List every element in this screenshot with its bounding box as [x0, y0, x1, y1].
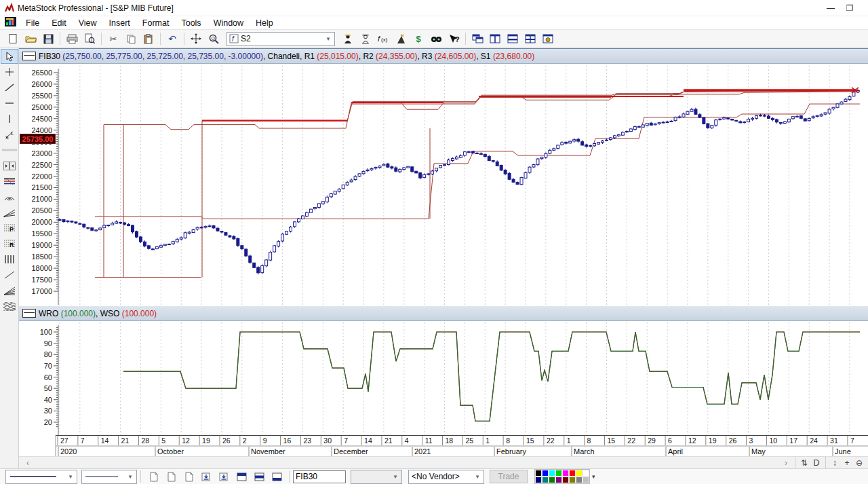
price-chart[interactable]: 1700017500180001850019000195002000020500…	[19, 64, 868, 305]
color-swatch[interactable]	[542, 477, 549, 483]
tool-fibonacci-arc-button[interactable]	[1, 189, 18, 204]
tool-pointer-button[interactable]	[1, 49, 18, 64]
save-button[interactable]	[40, 31, 56, 47]
color-swatch[interactable]	[562, 477, 569, 483]
menu-format[interactable]: Format	[136, 17, 176, 29]
context-help-button[interactable]: ?	[446, 31, 462, 47]
color-swatch[interactable]	[583, 470, 589, 477]
menu-window[interactable]: Window	[208, 17, 250, 29]
tool-speed-lines-button[interactable]	[1, 283, 18, 298]
zoom-button[interactable]: Q	[205, 31, 222, 47]
window-options-button[interactable]	[540, 31, 556, 47]
chevron-down-icon[interactable]: ▾	[473, 472, 482, 482]
menu-view[interactable]: View	[73, 17, 103, 29]
tool-horizontal-line-button[interactable]	[1, 96, 18, 111]
menu-file[interactable]: File	[20, 17, 45, 29]
preview-button[interactable]	[81, 31, 98, 47]
tool-trendline-2-button[interactable]	[1, 267, 18, 282]
tool-scroll-pair-button[interactable]	[1, 158, 18, 173]
load-layout-2-button[interactable]	[216, 470, 232, 483]
trade-button[interactable]: Trade	[490, 470, 528, 483]
tool-retracement-button[interactable]: R	[1, 236, 18, 251]
zoom-out-icon[interactable]: ⊖	[853, 458, 865, 468]
search-button[interactable]	[428, 31, 444, 47]
move-button[interactable]	[188, 31, 204, 47]
color-swatch[interactable]	[555, 470, 562, 477]
vendor-combo[interactable]: <No Vendor> ▾	[408, 470, 484, 484]
color-swatch[interactable]	[576, 470, 583, 477]
system-tester-button[interactable]: $	[410, 31, 427, 47]
undo-button[interactable]: ↶	[164, 31, 180, 47]
restore-button[interactable]: ❐	[841, 1, 859, 15]
tile-vertical-button[interactable]	[487, 31, 503, 47]
scroll-left-icon[interactable]: ‹	[22, 458, 34, 468]
split-middle-button[interactable]	[251, 470, 267, 483]
mdi-child-icon[interactable]	[5, 17, 16, 29]
pane-window-icon[interactable]	[22, 52, 36, 60]
chevron-down-icon[interactable]: ▾	[66, 472, 75, 482]
tool-projection-button[interactable]: P	[1, 221, 18, 236]
new-chart-2-button[interactable]	[163, 470, 179, 483]
vertical-fit-icon[interactable]: ↕	[829, 458, 841, 468]
tile-grid-button[interactable]	[522, 31, 538, 47]
new-chart-button[interactable]	[145, 470, 161, 483]
open-button[interactable]	[22, 31, 39, 47]
color-swatch[interactable]	[535, 470, 542, 477]
print-button[interactable]	[64, 31, 80, 47]
new-chart-3-button[interactable]	[180, 470, 197, 483]
color-swatch[interactable]	[569, 477, 576, 483]
expert-advisor-button[interactable]	[340, 31, 356, 47]
periodicity-button[interactable]: D	[810, 458, 823, 468]
refresh-cycle-icon[interactable]: ⇅	[798, 458, 810, 468]
expert-commentary-button[interactable]	[357, 31, 374, 47]
split-top-button[interactable]	[233, 470, 250, 483]
load-layout-button[interactable]	[198, 470, 214, 483]
chevron-down-icon[interactable]: ▾	[323, 34, 333, 44]
chevron-down-icon[interactable]: ▾	[125, 472, 135, 482]
copy-button[interactable]	[123, 31, 139, 47]
move-tool-icon[interactable]: +	[841, 458, 853, 468]
menu-edit[interactable]: Edit	[45, 17, 73, 29]
color-swatch[interactable]	[549, 477, 555, 483]
color-swatch[interactable]	[549, 470, 555, 477]
tool-fibonacci-fan-button[interactable]	[1, 205, 18, 220]
indicator-chart[interactable]: 2030405060708090100	[19, 321, 868, 435]
tool-trendline-button[interactable]	[1, 80, 18, 95]
indicator-pane-header[interactable]: WRO (100.000), WSO (100.000)	[19, 306, 868, 321]
color-swatch[interactable]	[555, 477, 562, 483]
minimize-button[interactable]: —	[822, 1, 840, 15]
tool-crosshair-button[interactable]	[1, 64, 18, 79]
chevron-down-icon[interactable]: ▾	[391, 472, 400, 482]
tool-vertical-line-button[interactable]	[1, 111, 18, 126]
color-swatch[interactable]	[535, 477, 542, 483]
tool-time-zones-button[interactable]	[1, 252, 18, 267]
explorer-button[interactable]	[393, 31, 409, 47]
tool-buy-sell-button[interactable]: SL	[1, 127, 18, 142]
color-palette[interactable]	[534, 469, 590, 484]
cut-button[interactable]: ✂	[105, 31, 121, 47]
layout-combo[interactable]: f S2 ▾	[226, 32, 335, 46]
color-swatch[interactable]	[576, 477, 583, 483]
color-swatch[interactable]	[542, 470, 549, 477]
menu-tools[interactable]: Tools	[175, 17, 207, 29]
menu-help[interactable]: Help	[250, 17, 279, 29]
symbol-input[interactable]	[293, 470, 346, 483]
line-weight-combo[interactable]: ▾	[81, 470, 137, 484]
palette-dropdown-icon[interactable]: ▾	[592, 473, 595, 480]
tool-hatch-pattern-button[interactable]	[1, 299, 18, 314]
scroll-right-icon[interactable]: ›	[780, 458, 792, 468]
paste-button[interactable]	[140, 31, 157, 47]
color-swatch[interactable]	[562, 470, 569, 477]
pane-window-icon[interactable]	[22, 309, 36, 318]
cascade-button[interactable]	[469, 31, 486, 47]
line-style-combo[interactable]: ▾	[5, 470, 77, 484]
menu-insert[interactable]: Insert	[103, 17, 136, 29]
tool-fibonacci-retracement-button[interactable]	[1, 174, 18, 189]
price-pane-header[interactable]: FIB30 (25,750.00, 25,775.00, 25,725.00, …	[19, 49, 868, 64]
empty-combo[interactable]: ▾	[351, 470, 402, 484]
new-button[interactable]	[5, 31, 21, 47]
split-bottom-button[interactable]	[269, 470, 285, 483]
indicator-builder-button[interactable]: f(x)	[375, 31, 391, 47]
horizontal-scrollbar[interactable]: ‹ › ⇅ D ↕ + ⊖	[19, 456, 868, 468]
color-swatch[interactable]	[569, 470, 576, 477]
